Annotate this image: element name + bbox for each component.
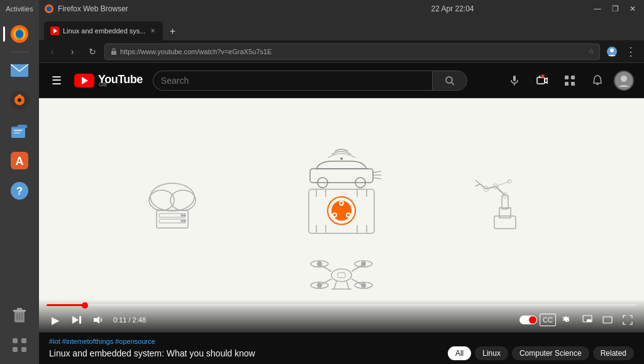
cloud-illustration (138, 175, 207, 232)
fullscreen-button[interactable] (619, 311, 636, 329)
video-controls: ▶ 0:11 / 2:48 (39, 299, 644, 333)
svg-rect-113 (79, 316, 81, 324)
extensions-menu-icon[interactable]: ⋮ (623, 43, 639, 60)
time-display: 0:11 / 2:48 (113, 316, 146, 324)
svg-text:?: ? (16, 185, 23, 197)
tab-title: Linux and embedded sys... (63, 27, 145, 35)
sidebar-icon-mail[interactable] (6, 56, 33, 84)
sidebar-icon-files[interactable] (6, 117, 33, 144)
pill-linux[interactable]: Linux (475, 346, 508, 360)
progress-fill (47, 304, 85, 306)
sidebar-icon-apps-grid[interactable] (6, 331, 33, 359)
youtube-search-button[interactable] (432, 71, 467, 91)
svg-line-89 (475, 184, 480, 186)
play-button[interactable]: ▶ (47, 311, 64, 329)
firefox-account-icon[interactable] (604, 43, 620, 60)
bookmark-icon[interactable]: ☆ (588, 47, 594, 55)
svg-point-80 (333, 213, 336, 216)
svg-rect-24 (21, 347, 26, 352)
svg-rect-43 (565, 82, 569, 86)
svg-point-48 (340, 157, 343, 160)
youtube-search-container (153, 71, 467, 91)
svg-line-109 (334, 282, 336, 289)
firefox-favicon (44, 4, 54, 14)
svg-rect-117 (587, 319, 591, 322)
new-tab-button[interactable]: + (164, 23, 182, 40)
back-button[interactable]: ‹ (44, 43, 60, 60)
volume-button[interactable] (89, 311, 107, 329)
miniplayer-button[interactable] (579, 311, 596, 329)
youtube-logo[interactable]: YouTube GB (74, 73, 143, 88)
svg-line-85 (496, 186, 505, 195)
microphone-search-icon[interactable] (503, 69, 526, 92)
svg-point-63 (183, 214, 186, 217)
svg-rect-44 (571, 82, 575, 86)
youtube-header-right: + (503, 69, 634, 92)
browser-tab-youtube[interactable]: Linux and embedded sys... × (44, 21, 163, 40)
tab-favicon (50, 26, 59, 35)
svg-rect-34 (513, 76, 516, 81)
sidebar-icon-help[interactable]: ? (6, 177, 33, 205)
youtube-header: ☰ YouTube GB (39, 63, 644, 98)
svg-marker-112 (72, 316, 79, 324)
controls-row: ▶ 0:11 / 2:48 (47, 311, 636, 329)
car-illustration (301, 145, 382, 189)
minimize-button[interactable]: — (589, 0, 606, 18)
hamburger-menu[interactable]: ☰ (49, 71, 64, 90)
svg-marker-114 (94, 316, 99, 324)
captions-button[interactable]: CC (540, 314, 556, 326)
notifications-icon[interactable] (586, 69, 609, 92)
activities-button[interactable]: Activities (1, 5, 38, 13)
sidebar-icon-firefox[interactable] (6, 20, 33, 48)
sidebar-icon-trash[interactable] (6, 301, 33, 329)
sidebar-icons: A ? (6, 18, 33, 301)
ubuntu-sidebar: Activities (0, 0, 39, 364)
svg-point-81 (347, 213, 350, 216)
svg-text:A: A (16, 155, 24, 168)
sidebar-icon-rhythmbox[interactable] (6, 86, 33, 114)
user-avatar[interactable] (614, 71, 634, 91)
svg-line-52 (373, 171, 381, 173)
youtube-play-icon (82, 77, 88, 84)
robot-arm-illustration (470, 175, 540, 232)
apps-grid-icon[interactable] (558, 69, 581, 92)
settings-button[interactable] (558, 311, 576, 329)
create-video-icon[interactable]: + (531, 69, 553, 92)
pill-computer-science[interactable]: Computer Science (512, 346, 589, 360)
svg-rect-36 (537, 77, 545, 84)
reload-button[interactable]: ↻ (84, 43, 101, 60)
maximize-button[interactable]: ❐ (606, 0, 624, 18)
svg-point-64 (183, 220, 186, 222)
video-title-row: Linux and embedded system: What you shou… (49, 346, 634, 360)
youtube-main: ▶ 0:11 / 2:48 (39, 98, 644, 364)
autoplay-toggle[interactable] (519, 316, 537, 324)
address-icons: ☆ (588, 47, 594, 55)
close-button[interactable]: ✕ (624, 0, 641, 18)
svg-point-26 (47, 6, 52, 11)
progress-bar[interactable] (47, 304, 636, 306)
pill-related[interactable]: Related (593, 346, 634, 360)
right-controls: CC (519, 311, 636, 329)
category-pills: All Linux Computer Science Related (448, 346, 634, 360)
nav-right-icons: ⋮ (604, 43, 639, 60)
video-tags[interactable]: #iot #internetofthings #opensource (49, 338, 634, 345)
svg-line-54 (373, 178, 381, 179)
svg-rect-49 (310, 169, 373, 183)
tab-close-button[interactable]: × (149, 26, 156, 35)
svg-rect-22 (21, 338, 26, 343)
url-text: https://www.youtube.com/watch?v=eGraX5u7… (120, 48, 586, 55)
browser-area: Firefox Web Browser 22 Apr 22:04 — ❐ ✕ L… (39, 0, 644, 364)
youtube-page: ☰ YouTube GB (39, 63, 644, 364)
svg-point-47 (621, 76, 627, 82)
svg-point-6 (18, 98, 21, 102)
forward-button[interactable]: › (64, 43, 80, 60)
address-bar[interactable]: https://www.youtube.com/watch?v=eGraX5u7… (104, 43, 600, 60)
next-button[interactable] (68, 311, 86, 329)
svg-line-33 (452, 82, 454, 85)
pill-all[interactable]: All (448, 346, 471, 360)
theater-mode-button[interactable] (599, 311, 616, 329)
sidebar-bottom (6, 301, 33, 364)
youtube-search-input[interactable] (153, 71, 432, 91)
sidebar-icon-appstore[interactable]: A (6, 147, 33, 174)
svg-point-95 (331, 269, 352, 282)
